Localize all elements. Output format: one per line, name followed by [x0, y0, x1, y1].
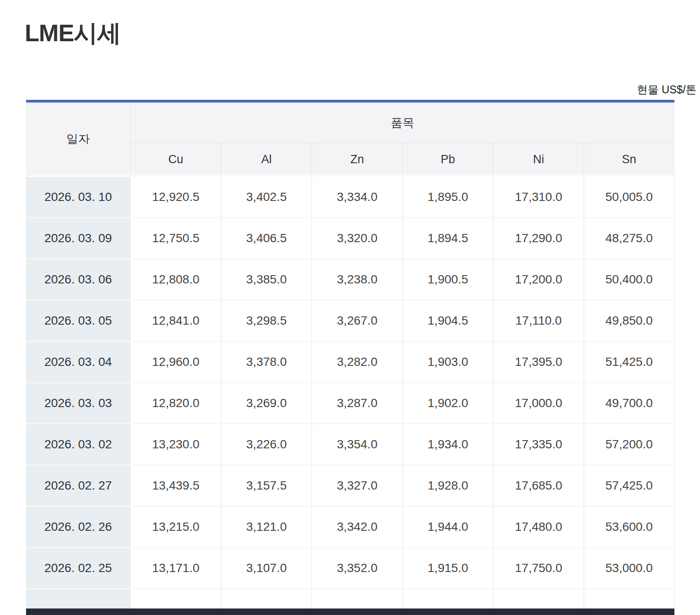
- value-cell: [402, 589, 493, 608]
- value-cell: 17,110.0: [493, 301, 584, 342]
- value-cell: 12,960.0: [130, 342, 221, 383]
- value-cell: 17,290.0: [493, 218, 584, 260]
- value-cell: 12,750.5: [130, 218, 221, 260]
- value-cell: 3,334.0: [312, 177, 402, 218]
- column-header-date: 일자: [26, 102, 130, 177]
- value-cell: 3,352.0: [312, 548, 402, 589]
- value-cell: 17,000.0: [493, 383, 584, 424]
- date-cell: 2026. 03. 05: [26, 301, 130, 342]
- value-cell: 3,282.0: [312, 342, 402, 383]
- value-cell: 1,894.5: [402, 218, 493, 260]
- value-cell: 17,310.0: [493, 177, 584, 218]
- value-cell: 3,298.5: [221, 301, 312, 342]
- table-row: 2026. 03. 0412,960.03,378.03,282.01,903.…: [26, 342, 674, 383]
- value-cell: [312, 589, 402, 608]
- value-cell: 12,820.0: [130, 383, 221, 424]
- value-cell: 1,944.0: [402, 507, 493, 548]
- value-cell: 17,200.0: [493, 260, 584, 301]
- value-cell: 3,238.0: [312, 260, 402, 301]
- date-cell: [26, 589, 130, 608]
- value-cell: 1,915.0: [402, 548, 493, 589]
- table-row: 2026. 02. 2713,439.53,157.53,327.01,928.…: [26, 466, 674, 507]
- value-cell: 3,354.0: [312, 424, 402, 466]
- value-cell: 3,287.0: [312, 383, 402, 424]
- value-cell: 57,425.0: [584, 466, 674, 507]
- value-cell: 1,904.5: [402, 301, 493, 342]
- value-cell: 53,000.0: [584, 548, 674, 589]
- value-cell: 1,895.0: [402, 177, 493, 218]
- value-cell: 3,267.0: [312, 301, 402, 342]
- value-cell: 3,226.0: [221, 424, 312, 466]
- value-cell: 51,425.0: [584, 342, 674, 383]
- bottom-bar: [26, 608, 674, 615]
- value-cell: 50,005.0: [584, 177, 674, 218]
- value-cell: 3,406.5: [221, 218, 312, 260]
- value-cell: 3,269.0: [221, 383, 312, 424]
- value-cell: 50,400.0: [584, 260, 674, 301]
- value-cell: 12,920.5: [130, 177, 221, 218]
- table-row-partial: [26, 589, 674, 608]
- value-cell: 12,841.0: [130, 301, 221, 342]
- value-cell: 13,439.5: [130, 466, 221, 507]
- value-cell: 3,327.0: [312, 466, 402, 507]
- lme-price-table: 일자 품목 CuAlZnPbNiSn 2026. 03. 1012,920.53…: [26, 102, 674, 608]
- column-header-al: Al: [221, 143, 312, 177]
- value-cell: 3,342.0: [312, 507, 402, 548]
- value-cell: [221, 589, 312, 608]
- value-cell: 3,378.0: [221, 342, 312, 383]
- header-row-group: 일자 품목: [26, 102, 674, 143]
- page-title: LME시세: [25, 17, 121, 49]
- value-cell: 13,215.0: [130, 507, 221, 548]
- date-cell: 2026. 03. 04: [26, 342, 130, 383]
- value-cell: 3,402.5: [221, 177, 312, 218]
- value-cell: 3,385.0: [221, 260, 312, 301]
- date-cell: 2026. 03. 03: [26, 383, 130, 424]
- date-cell: 2026. 03. 02: [26, 424, 130, 466]
- table-row: 2026. 02. 2513,171.03,107.03,352.01,915.…: [26, 548, 674, 589]
- value-cell: 57,200.0: [584, 424, 674, 466]
- value-cell: 17,335.0: [493, 424, 584, 466]
- column-header-ni: Ni: [493, 143, 584, 177]
- value-cell: 3,107.0: [221, 548, 312, 589]
- column-header-pb: Pb: [402, 143, 493, 177]
- value-cell: 3,320.0: [312, 218, 402, 260]
- value-cell: 53,600.0: [584, 507, 674, 548]
- value-cell: 1,900.5: [402, 260, 493, 301]
- value-cell: 1,902.0: [402, 383, 493, 424]
- table-row: 2026. 03. 1012,920.53,402.53,334.01,895.…: [26, 177, 674, 218]
- date-cell: 2026. 03. 10: [26, 177, 130, 218]
- value-cell: 48,275.0: [584, 218, 674, 260]
- value-cell: [493, 589, 584, 608]
- value-cell: 17,480.0: [493, 507, 584, 548]
- lme-price-table-wrap: 일자 품목 CuAlZnPbNiSn 2026. 03. 1012,920.53…: [26, 100, 674, 608]
- value-cell: 17,685.0: [493, 466, 584, 507]
- date-cell: 2026. 03. 06: [26, 260, 130, 301]
- value-cell: 13,230.0: [130, 424, 221, 466]
- table-row: 2026. 03. 0312,820.03,269.03,287.01,902.…: [26, 383, 674, 424]
- unit-label: 현물 US$/톤: [637, 82, 697, 97]
- table-row: 2026. 03. 0612,808.03,385.03,238.01,900.…: [26, 260, 674, 301]
- column-header-cu: Cu: [130, 143, 221, 177]
- column-group-header-items: 품목: [130, 102, 674, 143]
- value-cell: 49,850.0: [584, 301, 674, 342]
- date-cell: 2026. 02. 26: [26, 507, 130, 548]
- value-cell: 49,700.0: [584, 383, 674, 424]
- value-cell: 17,750.0: [493, 548, 584, 589]
- value-cell: 1,934.0: [402, 424, 493, 466]
- value-cell: [130, 589, 221, 608]
- column-header-zn: Zn: [312, 143, 402, 177]
- date-cell: 2026. 02. 25: [26, 548, 130, 589]
- table-row: 2026. 02. 2613,215.03,121.03,342.01,944.…: [26, 507, 674, 548]
- value-cell: 1,903.0: [402, 342, 493, 383]
- value-cell: 1,928.0: [402, 466, 493, 507]
- value-cell: 3,121.0: [221, 507, 312, 548]
- table-row: 2026. 03. 0512,841.03,298.53,267.01,904.…: [26, 301, 674, 342]
- column-header-sn: Sn: [584, 143, 674, 177]
- value-cell: 3,157.5: [221, 466, 312, 507]
- value-cell: 13,171.0: [130, 548, 221, 589]
- table-row: 2026. 03. 0213,230.03,226.03,354.01,934.…: [26, 424, 674, 466]
- date-cell: 2026. 02. 27: [26, 466, 130, 507]
- value-cell: 17,395.0: [493, 342, 584, 383]
- value-cell: [584, 589, 674, 608]
- date-cell: 2026. 03. 09: [26, 218, 130, 260]
